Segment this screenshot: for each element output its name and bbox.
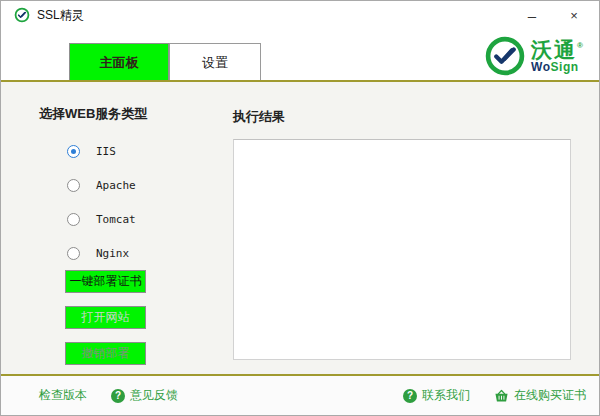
radio-option-apache[interactable]: Apache [67, 178, 136, 192]
undo-deploy-button[interactable]: 撤销部署 [65, 342, 146, 365]
radio-option-tomcat[interactable]: Tomcat [67, 212, 136, 226]
brand-name-cn: 沃通 [531, 38, 577, 61]
buy-certificate-label: 在线购买证书 [514, 388, 586, 403]
main-panel: 选择WEB服务类型 IIS Apache Tomcat Nginx 一键部署证书… [1, 82, 599, 374]
brand-name-en-sign: Sign [551, 60, 579, 74]
radio-label: Nginx [96, 247, 129, 260]
result-heading: 执行结果 [233, 108, 285, 126]
deploy-certificate-button[interactable]: 一键部署证书 [65, 270, 146, 293]
contact-us-link[interactable]: ? 联系我们 [403, 388, 470, 403]
radio-option-iis[interactable]: IIS [67, 144, 116, 158]
radio-option-nginx[interactable]: Nginx [67, 246, 129, 260]
wosign-logo-text: 沃通® WoSign [531, 39, 583, 73]
feedback-link[interactable]: ? 意见反馈 [111, 388, 178, 403]
service-type-heading: 选择WEB服务类型 [39, 105, 147, 123]
radio-icon[interactable] [67, 213, 80, 226]
question-icon: ? [403, 389, 417, 403]
basket-icon [494, 389, 509, 403]
tab-bar: 主面板 设置 沃通® WoSign [1, 29, 599, 81]
check-version-link[interactable]: 检查版本 [39, 388, 87, 403]
buy-certificate-link[interactable]: 在线购买证书 [494, 388, 586, 403]
radio-label: IIS [96, 145, 116, 158]
tab-settings[interactable]: 设置 [169, 43, 261, 81]
result-output-area[interactable] [233, 139, 571, 360]
app-window: SSL精灵 – × 主面板 设置 沃通® WoSign 选择WEB服务类型 II… [0, 0, 600, 416]
brand-name-en-wo: Wo [531, 60, 550, 74]
contact-us-label: 联系我们 [422, 388, 470, 403]
radio-icon[interactable] [67, 179, 80, 192]
open-website-button[interactable]: 打开网站 [65, 306, 146, 329]
minimize-button[interactable]: – [515, 1, 549, 29]
title-bar: SSL精灵 – × [1, 1, 599, 29]
check-version-label: 检查版本 [39, 388, 87, 403]
feedback-label: 意见反馈 [130, 388, 178, 403]
radio-label: Apache [96, 179, 136, 192]
registered-mark: ® [577, 41, 583, 50]
app-logo-icon [14, 7, 30, 23]
wosign-logo: 沃通® WoSign [484, 35, 583, 77]
footer-bar: 检查版本 ? 意见反馈 ? 联系我们 在线购买证书 [1, 376, 599, 416]
radio-label: Tomcat [96, 213, 136, 226]
tab-main-panel[interactable]: 主面板 [69, 43, 169, 81]
radio-icon[interactable] [67, 247, 80, 260]
close-button[interactable]: × [557, 1, 591, 29]
question-icon: ? [111, 389, 125, 403]
window-title: SSL精灵 [37, 7, 84, 24]
radio-icon[interactable] [67, 145, 80, 158]
wosign-logo-icon [484, 35, 526, 77]
